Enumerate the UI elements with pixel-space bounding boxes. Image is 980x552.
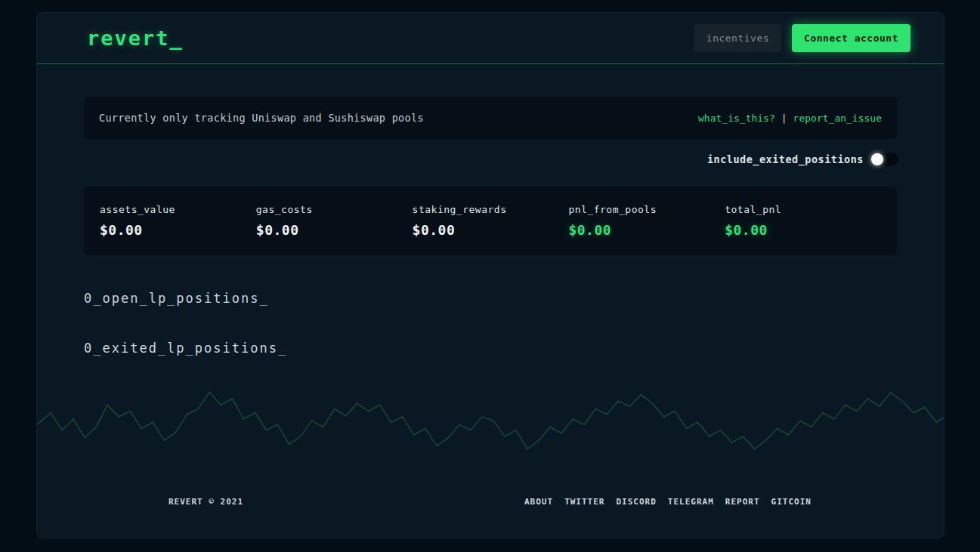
stat-label: staking_rewards — [413, 204, 569, 215]
stat-label: gas_costs — [256, 204, 413, 215]
exited-lp-positions-heading: 0_exited_lp_positions_ — [84, 341, 944, 356]
stat-pnl-from-pools: pnl_from_pools $0.00 — [568, 204, 725, 238]
footer-link-gitcoin[interactable]: GITCOIN — [771, 497, 812, 507]
report-an-issue-link[interactable]: report_an_issue — [793, 113, 882, 124]
stat-label: pnl_from_pools — [568, 204, 725, 215]
footer-copyright: REVERT © 2021 — [168, 497, 243, 507]
what-is-this-link[interactable]: what_is_this? — [698, 113, 775, 124]
stat-staking-rewards: staking_rewards $0.00 — [413, 204, 569, 238]
stat-gas-costs: gas_costs $0.00 — [256, 204, 413, 238]
stat-value: $0.00 — [256, 222, 413, 238]
stat-label: assets_value — [100, 204, 256, 215]
stats-card: assets_value $0.00 gas_costs $0.00 staki… — [84, 187, 897, 255]
header: revert_ incentives Connect account — [37, 13, 944, 64]
banner-message: Currently only tracking Uniswap and Sush… — [99, 112, 424, 124]
revert-logo: revert_ — [87, 26, 184, 50]
stat-total-pnl: total_pnl $0.00 — [725, 204, 881, 238]
stat-assets-value: assets_value $0.00 — [100, 204, 256, 238]
main-panel: revert_ incentives Connect account Curre… — [36, 12, 944, 538]
decorative-line-chart — [37, 381, 944, 476]
footer-link-twitter[interactable]: TWITTER — [564, 497, 604, 507]
stat-value: $0.00 — [100, 222, 256, 238]
incentives-button[interactable]: incentives — [694, 24, 781, 52]
stat-label: total_pnl — [725, 204, 881, 215]
footer-link-report[interactable]: REPORT — [725, 497, 760, 507]
footer-link-telegram[interactable]: TELEGRAM — [668, 497, 714, 507]
banner-links: what_is_this? | report_an_issue — [698, 113, 882, 124]
include-exited-positions-toggle[interactable] — [871, 153, 898, 166]
stat-value: $0.00 — [413, 222, 569, 238]
stat-value: $0.00 — [725, 222, 881, 238]
exited-positions-toggle-row: include_exited_positions — [84, 153, 898, 166]
footer-links: ABOUT TWITTER DISCORD TELEGRAM REPORT GI… — [524, 497, 812, 507]
footer-link-discord[interactable]: DISCORD — [616, 497, 656, 507]
banner-separator: | — [781, 113, 787, 124]
footer: REVERT © 2021 ABOUT TWITTER DISCORD TELE… — [37, 497, 944, 507]
footer-link-about[interactable]: ABOUT — [524, 497, 553, 507]
tracking-banner: Currently only tracking Uniswap and Sush… — [84, 97, 897, 139]
header-actions: incentives Connect account — [694, 24, 910, 52]
connect-account-button[interactable]: Connect account — [792, 24, 910, 52]
toggle-knob-icon — [871, 153, 883, 165]
stat-value: $0.00 — [568, 222, 725, 238]
toggle-label: include_exited_positions — [707, 153, 864, 165]
open-lp-positions-heading: 0_open_lp_positions_ — [84, 291, 944, 306]
